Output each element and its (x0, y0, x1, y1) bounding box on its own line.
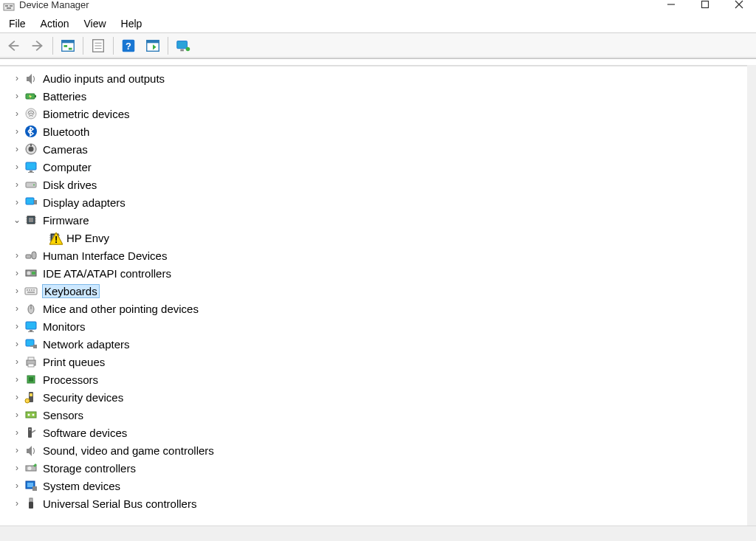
display-adapter-icon (24, 195, 38, 210)
tree-item-label: Monitors (43, 320, 86, 333)
tree-item-firmware-hp-envy[interactable]: › HP Envy (12, 229, 747, 247)
usb-icon (24, 496, 38, 511)
tree-item-batteries[interactable]: ›Batteries (12, 87, 747, 105)
menu-view[interactable]: View (76, 16, 113, 31)
tree-item-label: System devices (43, 480, 120, 492)
tree-item-label: Keyboards (43, 285, 99, 297)
tree-item-ide-controllers[interactable]: ›IDE ATA/ATAPI controllers (12, 264, 747, 282)
expand-toggle[interactable]: › (12, 498, 22, 509)
tree-item-label: HP Envy (66, 232, 109, 244)
svg-rect-13 (69, 48, 72, 50)
expand-toggle[interactable]: › (12, 126, 22, 137)
back-button[interactable] (1, 35, 25, 57)
tree-item-label: Print queues (43, 356, 105, 368)
expand-toggle[interactable]: › (12, 321, 22, 331)
tree-item-hid[interactable]: ›Human Interface Devices (12, 247, 747, 264)
tree-item-audio-devices[interactable]: ›Audio inputs and outputs (12, 69, 747, 87)
tree-item-display-adapters[interactable]: ›Display adapters (12, 193, 747, 211)
show-hide-tree-button[interactable] (56, 35, 80, 57)
maximize-button[interactable] (688, 0, 722, 12)
tree-item-usb-controllers[interactable]: ›Universal Serial Bus controllers (12, 495, 747, 512)
keyboard-icon (24, 283, 38, 298)
tree-item-print-queues[interactable]: ›Print queues (12, 353, 747, 371)
devices-and-printers-button[interactable] (171, 35, 195, 57)
menu-file[interactable]: File (1, 16, 33, 31)
svg-rect-11 (62, 41, 75, 44)
title-bar: Device Manager (0, 0, 756, 15)
svg-rect-23 (177, 41, 188, 49)
bluetooth-icon (24, 124, 38, 139)
help-button[interactable]: ? (117, 35, 140, 57)
properties-button[interactable] (86, 35, 110, 57)
tree-item-sound-video-game[interactable]: ›Sound, video and game controllers (12, 441, 747, 459)
security-icon (24, 390, 38, 404)
expand-toggle[interactable]: › (12, 250, 22, 261)
tree-item-bluetooth[interactable]: ›Bluetooth (12, 123, 747, 140)
tree-item-mice[interactable]: ›Mice and other pointing devices (12, 300, 747, 317)
expand-toggle[interactable]: › (12, 339, 22, 349)
tree-item-label: Computer (43, 161, 92, 173)
tree-item-firmware[interactable]: ⌄Firmware (12, 211, 747, 229)
toolbar: ? (0, 33, 756, 59)
tree-item-storage-controllers[interactable]: ›Storage controllers (12, 459, 747, 477)
expand-toggle[interactable]: › (12, 286, 22, 296)
expand-toggle[interactable]: › (12, 108, 22, 119)
expand-toggle[interactable]: › (12, 445, 22, 455)
expand-toggle[interactable]: › (12, 463, 22, 473)
speaker-icon (24, 443, 38, 458)
expand-toggle[interactable]: › (12, 197, 22, 207)
minimize-button[interactable] (654, 0, 688, 12)
window-title: Device Manager (19, 0, 89, 10)
scan-hardware-button[interactable] (141, 35, 165, 57)
tree-item-system-devices[interactable]: ›System devices (12, 477, 747, 495)
menu-help[interactable]: Help (114, 16, 150, 31)
expand-toggle[interactable]: › (12, 303, 22, 314)
tree-item-disk-drives[interactable]: ›Disk drives (12, 176, 747, 193)
forward-button[interactable] (26, 35, 49, 57)
expand-toggle[interactable]: › (12, 410, 22, 420)
expand-toggle[interactable]: › (12, 480, 22, 491)
tree-item-biometric-devices[interactable]: ›Biometric devices (12, 105, 747, 123)
vertical-scrollbar[interactable] (747, 65, 756, 526)
expand-toggle[interactable]: › (12, 392, 22, 402)
expand-toggle[interactable]: › (12, 427, 22, 438)
tree-item-label: Human Interface Devices (43, 249, 167, 262)
device-tree-panel[interactable]: ›Audio inputs and outputs›Batteries›Biom… (0, 65, 747, 526)
tree-item-keyboards[interactable]: ›Keyboards (12, 282, 747, 300)
tree-item-label: Biometric devices (43, 108, 130, 120)
toolbar-separator (168, 37, 168, 55)
tree-item-software-devices[interactable]: ›Software devices (12, 424, 747, 441)
expand-toggle[interactable]: › (12, 144, 22, 154)
sensor-icon (24, 407, 38, 422)
battery-icon (24, 89, 38, 103)
tree-item-network-adapters[interactable]: ›Network adapters (12, 335, 747, 353)
tree-item-computer[interactable]: ›Computer (12, 158, 747, 176)
printer-icon (24, 354, 38, 369)
expand-toggle[interactable]: › (12, 73, 22, 83)
expand-toggle[interactable]: ⌄ (12, 215, 22, 225)
tree-item-processors[interactable]: ›Processors (12, 371, 747, 388)
svg-rect-12 (64, 45, 68, 47)
tree-item-cameras[interactable]: ›Cameras (12, 140, 747, 158)
tree-item-label: IDE ATA/ATAPI controllers (43, 267, 171, 280)
svg-rect-5 (702, 1, 709, 8)
tree-item-label: Firmware (43, 214, 89, 227)
expand-toggle[interactable]: › (12, 91, 22, 101)
app-icon (3, 1, 15, 13)
expand-toggle[interactable]: › (12, 356, 22, 367)
expand-toggle[interactable]: › (12, 268, 22, 278)
tree-item-label: Audio inputs and outputs (43, 72, 165, 85)
tree-item-monitors[interactable]: ›Monitors (12, 317, 747, 335)
expand-toggle[interactable]: › (12, 162, 22, 172)
expand-toggle[interactable]: › (12, 179, 22, 190)
fingerprint-icon (24, 106, 38, 121)
tree-item-sensors[interactable]: ›Sensors (12, 406, 747, 424)
close-button[interactable] (722, 0, 756, 12)
tree-item-security-devices[interactable]: ›Security devices (12, 388, 747, 406)
monitor-icon (24, 159, 38, 174)
menu-action[interactable]: Action (33, 16, 77, 31)
expand-toggle[interactable]: › (12, 374, 22, 385)
toolbar-separator (83, 37, 83, 55)
chip-icon (47, 230, 62, 245)
tree-item-label: Bluetooth (43, 125, 89, 138)
